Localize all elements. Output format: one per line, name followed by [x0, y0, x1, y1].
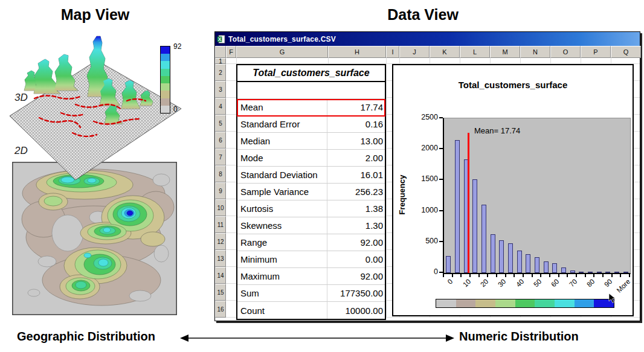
histogram-bar[interactable] [623, 272, 628, 273]
stat-row[interactable]: Sample Variance256.23 [237, 184, 385, 200]
stat-row[interactable]: Mean17.74 [237, 99, 385, 116]
row-header-11[interactable]: 11 [215, 216, 226, 233]
x-axis-tick [496, 274, 497, 277]
row-header-16[interactable]: 16 [215, 301, 226, 318]
row-header-13[interactable]: 13 [215, 250, 226, 267]
row-header-2[interactable]: 2 [215, 64, 226, 81]
row-header-5[interactable]: 5 [215, 115, 226, 132]
histogram-bar[interactable] [491, 234, 495, 274]
stat-row[interactable]: Maximum92.00 [237, 268, 385, 285]
histogram-bar[interactable] [535, 257, 539, 273]
histogram-bar[interactable] [570, 270, 575, 273]
stat-label[interactable]: Sum [237, 285, 327, 301]
stat-label[interactable]: Minimum [237, 251, 327, 267]
histogram-bar[interactable] [481, 205, 486, 273]
histogram-bar[interactable] [455, 140, 460, 273]
column-header-M[interactable]: M [490, 46, 520, 58]
stat-row[interactable]: Mode2.00 [237, 150, 385, 167]
stat-row[interactable]: Sum177350.00 [237, 285, 385, 302]
row-header-14[interactable]: 14 [215, 267, 226, 284]
column-header-P[interactable]: P [581, 46, 611, 58]
row-header-9[interactable]: 9 [215, 182, 226, 199]
stat-value[interactable]: 0.00 [327, 251, 385, 267]
stat-value[interactable]: 256.23 [327, 184, 385, 200]
stat-label[interactable]: Range [237, 234, 327, 251]
stat-value[interactable]: 17.74 [327, 99, 385, 115]
histogram-bar[interactable] [614, 272, 619, 273]
histogram-chart[interactable]: Total_customers_surface Frequency Mean= … [392, 64, 634, 316]
row-header-4[interactable]: 4 [215, 98, 226, 115]
stat-label[interactable]: Mode [237, 150, 327, 166]
stat-label[interactable]: Standard Error [237, 116, 327, 132]
stat-label[interactable]: Median [237, 133, 327, 149]
stat-label[interactable]: Mean [237, 99, 327, 115]
histogram-bar[interactable] [597, 272, 602, 273]
column-header-L[interactable]: L [460, 46, 490, 58]
stat-label[interactable]: Standard Deviation [237, 167, 327, 183]
column-header-G[interactable]: G [236, 46, 328, 58]
column-header-F[interactable]: F [226, 46, 236, 58]
histogram-bar[interactable] [561, 267, 566, 273]
row-header-12[interactable]: 12 [215, 233, 226, 250]
column-header-O[interactable]: O [550, 46, 581, 58]
column-header-I[interactable]: I [386, 46, 399, 58]
table-empty-row[interactable] [237, 82, 385, 99]
row-header-6[interactable]: 6 [215, 132, 226, 149]
row-header-15[interactable]: 15 [215, 284, 226, 301]
stat-value[interactable]: 1.30 [327, 217, 385, 234]
histogram-bar[interactable] [579, 272, 584, 273]
histogram-bar[interactable] [552, 263, 557, 273]
stat-row[interactable]: Count10000.00 [237, 302, 385, 319]
column-header-J[interactable]: J [399, 46, 430, 58]
column-header-K[interactable]: K [430, 46, 460, 58]
stats-table[interactable]: Total_customers_surface Mean17.74Standar… [236, 64, 386, 320]
stat-row[interactable]: Skewness1.30 [237, 217, 385, 234]
histogram-bar[interactable] [499, 240, 504, 273]
histogram-bar[interactable] [472, 179, 477, 273]
stat-value[interactable]: 10000.00 [327, 302, 385, 319]
column-header-H[interactable]: H [328, 46, 386, 58]
stat-row[interactable]: Minimum0.00 [237, 251, 385, 268]
stat-label[interactable]: Sample Variance [237, 184, 327, 200]
stat-row[interactable]: Standard Error0.16 [237, 116, 385, 133]
y-axis-title: Frequency [398, 141, 407, 249]
row-headers: 12345678910111213141516 [215, 58, 226, 318]
stat-row[interactable]: Standard Deviation16.01 [237, 167, 385, 184]
window-titlebar[interactable]: X Total_customers_surface.CSV [215, 32, 640, 46]
row-header-8[interactable]: 8 [215, 165, 226, 182]
stat-value[interactable]: 13.00 [327, 133, 385, 149]
stat-row[interactable]: Range92.00 [237, 234, 385, 251]
stat-value[interactable]: 1.38 [327, 200, 385, 217]
stat-value[interactable]: 2.00 [327, 150, 385, 166]
stat-label[interactable]: Maximum [237, 268, 327, 284]
stat-value[interactable]: 92.00 [327, 234, 385, 251]
row-header-7[interactable]: 7 [215, 149, 226, 165]
stat-value[interactable]: 0.16 [327, 116, 385, 132]
select-all-corner[interactable] [215, 46, 226, 58]
row-header-1[interactable]: 1 [215, 58, 226, 64]
data-view-title: Data View [314, 6, 532, 24]
stat-value[interactable]: 16.01 [327, 167, 385, 183]
histogram-bar[interactable] [605, 272, 610, 273]
row-header-3[interactable]: 3 [215, 81, 226, 98]
scale-segment [161, 106, 170, 113]
column-header-N[interactable]: N [520, 46, 550, 58]
stat-row[interactable]: Median13.00 [237, 133, 385, 150]
histogram-bar[interactable] [517, 251, 522, 273]
histogram-bar[interactable] [544, 261, 549, 273]
stat-label[interactable]: Kurtosis [237, 200, 327, 217]
row-header-10[interactable]: 10 [215, 199, 226, 216]
stat-label[interactable]: Skewness [237, 217, 327, 234]
histogram-bar[interactable] [588, 272, 593, 273]
stat-value[interactable]: 177350.00 [327, 285, 385, 301]
table-title[interactable]: Total_customers_surface [237, 65, 385, 82]
spreadsheet-window[interactable]: X Total_customers_surface.CSV FGHIJKLMNO… [214, 31, 640, 321]
histogram-bar[interactable] [446, 256, 451, 273]
stat-row[interactable]: Kurtosis1.38 [237, 200, 385, 217]
stat-label[interactable]: Count [237, 302, 327, 319]
histogram-bar[interactable] [508, 243, 513, 273]
stat-value[interactable]: 92.00 [327, 268, 385, 284]
excel-icon[interactable]: X [217, 35, 225, 43]
histogram-bar[interactable] [526, 254, 530, 273]
column-header-Q[interactable]: Q [611, 46, 641, 58]
